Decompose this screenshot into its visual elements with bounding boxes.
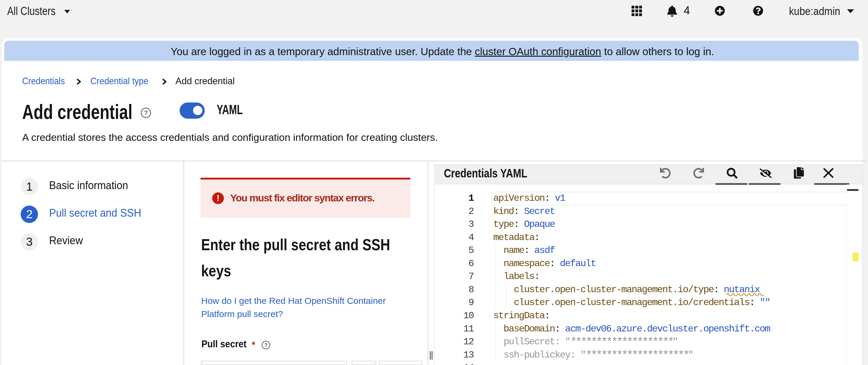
- svg-text:?: ?: [264, 342, 268, 348]
- svg-text:?: ?: [144, 109, 148, 117]
